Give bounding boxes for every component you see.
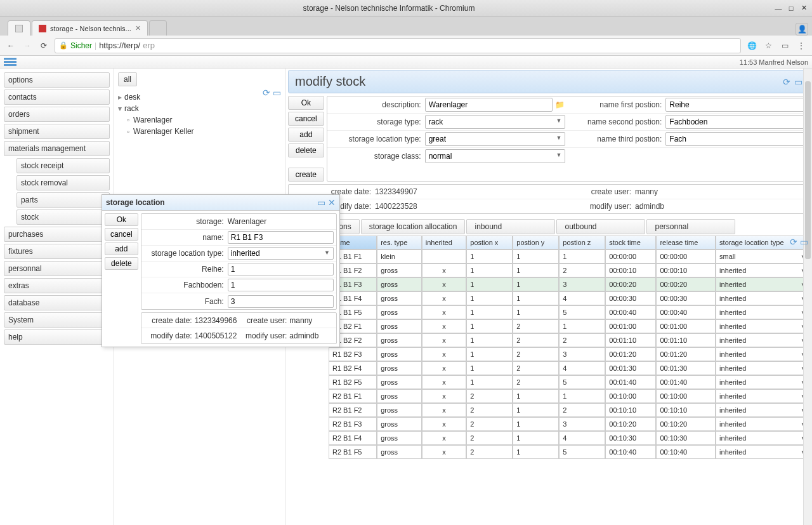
dialog-delete-button[interactable]: delete bbox=[105, 257, 138, 270]
table-row[interactable]: R1 B1 F1klein11100:00:0000:00:00small bbox=[329, 249, 809, 263]
table-row[interactable]: R1 B2 F5grossx12500:01:4000:01:40inherit… bbox=[329, 375, 809, 389]
nav-contacts[interactable]: contacts bbox=[4, 90, 110, 105]
tab-sl-allocation[interactable]: storage location allocation bbox=[361, 219, 466, 234]
col-stime[interactable]: stock time bbox=[605, 236, 656, 249]
tab-inbound[interactable]: inbound bbox=[466, 219, 555, 234]
input-fach[interactable] bbox=[228, 295, 334, 308]
nav-orders[interactable]: orders bbox=[4, 107, 110, 122]
nav-system[interactable]: System bbox=[4, 312, 110, 328]
folder-icon[interactable]: 📁 bbox=[554, 99, 565, 110]
nav-stock-removal[interactable]: stock removal bbox=[16, 175, 110, 190]
table-row[interactable]: R1 B1 F3grossx11300:00:2000:00:20inherit… bbox=[329, 277, 809, 291]
dialog-cancel-button[interactable]: cancel bbox=[105, 228, 138, 241]
input-name-third[interactable] bbox=[665, 132, 806, 146]
col-inherited[interactable]: inherited bbox=[422, 236, 467, 249]
dialog-ok-button[interactable]: Ok bbox=[105, 213, 138, 226]
grid-header-row[interactable]: name res. type inherited postion x posti… bbox=[329, 236, 809, 249]
table-row[interactable]: R1 B1 F5grossx11500:00:4000:00:40inherit… bbox=[329, 305, 809, 319]
dialog-close-icon[interactable]: ✕ bbox=[328, 197, 336, 208]
nav-database[interactable]: database bbox=[4, 295, 110, 310]
cancel-button[interactable]: cancel bbox=[288, 112, 324, 126]
forward-button[interactable]: → bbox=[22, 40, 33, 51]
table-row[interactable]: R1 B2 F3grossx12300:01:2000:01:20inherit… bbox=[329, 347, 809, 361]
refresh-icon[interactable]: ⟳ bbox=[263, 88, 270, 98]
browser-profile-button[interactable]: 👤 bbox=[796, 23, 808, 36]
tab-personnal[interactable]: personnal bbox=[646, 219, 735, 234]
create-button[interactable]: create bbox=[288, 168, 324, 182]
browser-tab-blank[interactable] bbox=[8, 20, 30, 36]
menu-icon[interactable]: ⋮ bbox=[796, 40, 807, 51]
table-row[interactable]: R1 B1 F4grossx11400:00:3000:00:30inherit… bbox=[329, 291, 809, 305]
tab-outbound[interactable]: outbound bbox=[556, 219, 645, 234]
nav-materials[interactable]: materials management bbox=[4, 141, 110, 156]
ok-button[interactable]: Ok bbox=[288, 96, 324, 110]
nav-help[interactable]: help bbox=[4, 329, 110, 345]
refresh-icon[interactable]: ⟳ bbox=[783, 77, 790, 87]
table-row[interactable]: R1 B2 F1grossx12100:01:0000:01:00inherit… bbox=[329, 319, 809, 333]
bookmark-icon[interactable]: ☆ bbox=[763, 40, 774, 51]
add-button[interactable]: add bbox=[288, 128, 324, 142]
col-restype[interactable]: res. type bbox=[377, 236, 422, 249]
divider: | bbox=[95, 41, 96, 50]
locations-grid[interactable]: name res. type inherited postion x posti… bbox=[329, 236, 809, 459]
expand-icon[interactable]: ▭ bbox=[273, 88, 281, 98]
col-px[interactable]: postion x bbox=[466, 236, 513, 249]
browser-tab-active[interactable]: storage - Nelson technis... ✕ bbox=[32, 20, 148, 36]
dialog-maximize-icon[interactable]: ▭ bbox=[317, 197, 325, 208]
input-reihe[interactable] bbox=[228, 263, 334, 276]
table-row[interactable]: R2 B1 F1grossx21100:10:0000:10:00inherit… bbox=[329, 389, 809, 403]
nav-personnal[interactable]: personnal bbox=[4, 261, 110, 276]
translate-icon[interactable]: 🌐 bbox=[746, 40, 757, 51]
refresh-icon[interactable]: ⟳ bbox=[790, 237, 797, 247]
col-pz[interactable]: postion z bbox=[559, 236, 605, 249]
maximize-grid-icon[interactable]: ▭ bbox=[800, 237, 808, 247]
table-row[interactable]: R2 B1 F5grossx21500:10:4000:10:40inherit… bbox=[329, 445, 809, 459]
select-storage-class[interactable] bbox=[425, 149, 566, 163]
tree-node-warenlager[interactable]: ▫Warenlager bbox=[127, 114, 281, 126]
hamburger-button[interactable] bbox=[4, 57, 16, 67]
close-button[interactable]: ✕ bbox=[799, 4, 808, 13]
nav-extras[interactable]: extras bbox=[4, 278, 110, 293]
nav-parts[interactable]: parts bbox=[16, 192, 110, 208]
maximize-panel-icon[interactable]: ▭ bbox=[794, 77, 802, 87]
nav-fixtures[interactable]: fixtures bbox=[4, 244, 110, 259]
input-sl-name[interactable] bbox=[228, 231, 334, 244]
nav-purchases[interactable]: purchases bbox=[4, 227, 110, 242]
tab-close-icon[interactable]: ✕ bbox=[135, 24, 141, 32]
input-fachboden[interactable] bbox=[228, 279, 334, 291]
tree-node-warenlager-keller[interactable]: ▫Warenlager Keller bbox=[127, 126, 281, 137]
tree-node-rack[interactable]: ▾rack bbox=[118, 103, 281, 114]
input-name-first[interactable] bbox=[665, 98, 806, 112]
table-row[interactable]: R2 B1 F2grossx21200:10:1000:10:10inherit… bbox=[329, 403, 809, 417]
nav-shipment[interactable]: shipment bbox=[4, 124, 110, 139]
table-row[interactable]: R1 B1 F2grossx11200:00:1000:00:10inherit… bbox=[329, 263, 809, 277]
col-py[interactable]: postion y bbox=[513, 236, 559, 249]
new-tab-button[interactable] bbox=[149, 20, 167, 36]
nav-stock-receipt[interactable]: stock receipt bbox=[16, 158, 110, 173]
filter-all-button[interactable]: all bbox=[118, 72, 137, 86]
tree-node-desk[interactable]: ▸desk bbox=[118, 91, 281, 103]
col-rtime[interactable]: release time bbox=[656, 236, 716, 249]
table-row[interactable]: R1 B2 F4grossx12400:01:3000:01:30inherit… bbox=[329, 361, 809, 375]
dialog-add-button[interactable]: add bbox=[105, 243, 138, 255]
scrollbar-thumb[interactable] bbox=[805, 81, 811, 259]
scrollbar[interactable] bbox=[803, 69, 812, 525]
table-row[interactable]: R1 B2 F2grossx12200:01:1000:01:10inherit… bbox=[329, 333, 809, 347]
input-name-second[interactable] bbox=[665, 115, 806, 129]
dialog-header[interactable]: storage location ▭ ✕ bbox=[102, 195, 339, 211]
minimize-button[interactable]: — bbox=[774, 4, 783, 13]
delete-button[interactable]: delete bbox=[288, 143, 324, 157]
maximize-button[interactable]: □ bbox=[787, 4, 796, 13]
reload-button[interactable]: ⟳ bbox=[38, 40, 49, 51]
table-row[interactable]: R2 B1 F4grossx21400:10:3000:10:30inherit… bbox=[329, 431, 809, 445]
input-description[interactable] bbox=[425, 98, 553, 112]
select-sl-type[interactable] bbox=[425, 132, 566, 146]
table-row[interactable]: R2 B1 F3grossx21300:10:2000:10:20inherit… bbox=[329, 417, 809, 431]
devices-icon[interactable]: ▭ bbox=[779, 40, 790, 51]
select-sl-type[interactable] bbox=[228, 247, 334, 260]
back-button[interactable]: ← bbox=[5, 40, 16, 51]
nav-stock[interactable]: stock bbox=[16, 209, 110, 225]
select-storage-type[interactable] bbox=[425, 115, 566, 129]
url-field[interactable]: 🔒 Sicher | https://terp/erp bbox=[55, 38, 741, 53]
nav-options[interactable]: options bbox=[4, 72, 110, 88]
